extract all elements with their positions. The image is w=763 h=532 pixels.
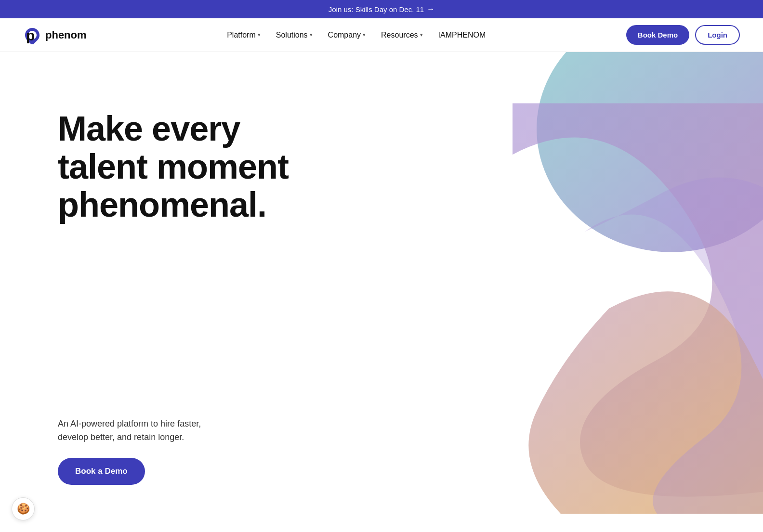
logo-link[interactable]: p phenom xyxy=(23,26,87,44)
nav-book-demo-button[interactable]: Book Demo xyxy=(626,25,689,45)
nav-item-iamphenom[interactable]: IAMPHENOM xyxy=(438,31,486,39)
nav-item-platform[interactable]: Platform ▾ xyxy=(227,31,261,39)
nav-item-solutions[interactable]: Solutions ▾ xyxy=(276,31,313,39)
cookie-icon: 🍪 xyxy=(17,503,30,514)
hero-section: Make every talent moment phenomenal. An … xyxy=(0,52,763,514)
nav-actions: Book Demo Login xyxy=(626,25,740,45)
navbar: p phenom Platform ▾ Solutions ▾ Company … xyxy=(0,18,763,52)
chevron-down-icon: ▾ xyxy=(363,32,366,38)
chevron-down-icon: ▾ xyxy=(310,32,313,38)
logo-text: phenom xyxy=(45,29,87,41)
nav-login-button[interactable]: Login xyxy=(695,25,740,45)
logo-icon: p xyxy=(23,26,41,44)
hero-content: Make every talent moment phenomenal. An … xyxy=(58,91,289,485)
hero-title: Make every talent moment phenomenal. xyxy=(58,110,289,224)
top-banner: Join us: Skills Day on Dec. 11 → xyxy=(0,0,763,18)
nav-item-resources[interactable]: Resources ▾ xyxy=(381,31,422,39)
nav-links: Platform ▾ Solutions ▾ Company ▾ Resourc… xyxy=(227,31,486,39)
hero-graphic xyxy=(416,52,763,514)
banner-text: Join us: Skills Day on Dec. 11 xyxy=(329,5,424,13)
chevron-down-icon: ▾ xyxy=(258,32,261,38)
hero-subtitle: An AI-powered platform to hire faster,de… xyxy=(58,417,289,445)
hero-book-demo-button[interactable]: Book a Demo xyxy=(58,458,145,485)
svg-text:p: p xyxy=(26,27,35,43)
chevron-down-icon: ▾ xyxy=(420,32,423,38)
banner-arrow: → xyxy=(427,5,434,13)
nav-item-company[interactable]: Company ▾ xyxy=(328,31,366,39)
